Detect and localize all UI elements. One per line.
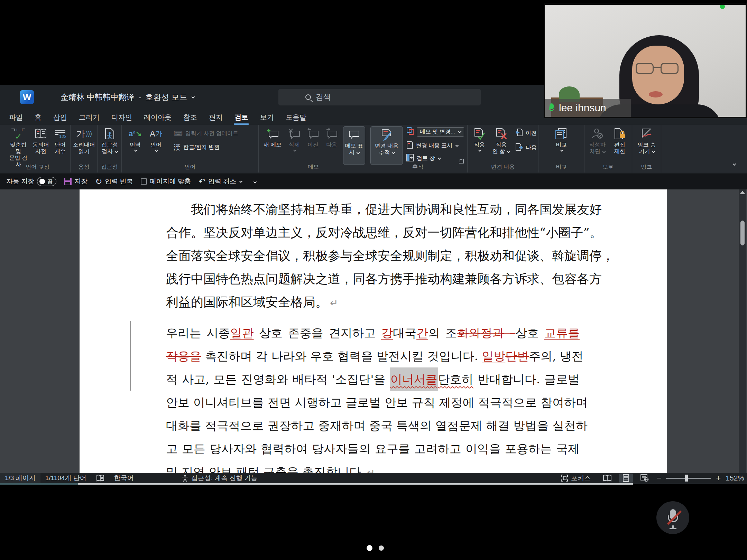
- word-count-icon: 123: [54, 127, 66, 141]
- tab-10[interactable]: 도움말: [284, 111, 308, 125]
- group-accessibility: 접근성 검사 접근성: [98, 125, 122, 172]
- word-logo-icon[interactable]: W: [20, 90, 34, 104]
- page-indicator[interactable]: 1/3 페이지: [0, 473, 40, 483]
- tab-8[interactable]: 검토: [233, 111, 250, 125]
- autosave-control: 자동 저장 끔: [6, 177, 56, 186]
- save-button[interactable]: 저장: [64, 177, 87, 186]
- language-button[interactable]: A가 언어: [147, 127, 165, 152]
- tab-5[interactable]: 레이아웃: [142, 111, 173, 125]
- track-changes-button[interactable]: 변경 내용 추적: [370, 126, 403, 165]
- undo-icon: ↶: [199, 177, 205, 186]
- autosave-toggle[interactable]: 끔: [37, 177, 56, 186]
- fit-page-control[interactable]: 페이지에 맞춤: [141, 177, 191, 186]
- zoom-slider[interactable]: [666, 478, 711, 479]
- repeat-button[interactable]: ↻ 입력 반복: [95, 177, 133, 186]
- document-title: 金靖林 中韩韩中翻译 - 호환성 모드: [61, 85, 194, 110]
- tracked-change-bar: [130, 321, 131, 391]
- tab-3[interactable]: 그리기: [77, 111, 101, 125]
- read-mode-button[interactable]: [600, 474, 614, 483]
- chinese-line-2: 合作。坚决反对单边主义，反对冷战思维，反对一切阵营化和排他性“小圈子”。: [166, 221, 580, 244]
- spellcheck-button[interactable]: ㄱㄴㄷ✓ 맞춤법 및 문법 검사: [7, 127, 30, 168]
- accessibility-status-label: 접근성: 계속 진행 가능: [191, 474, 258, 483]
- toolbar-overflow-icon[interactable]: [253, 178, 256, 185]
- group-label-comments: 메모: [259, 164, 368, 171]
- reject-change-label: 적용 안 함: [492, 142, 510, 155]
- search-input[interactable]: 검색: [278, 89, 481, 105]
- hide-ink-button[interactable]: 잉크 숨 기기: [635, 127, 658, 155]
- mic-muted-button[interactable]: [656, 501, 689, 534]
- accessibility-status-icon: [182, 474, 188, 482]
- show-markup-button[interactable]: 변경 내용 표시: [406, 141, 458, 150]
- web-layout-button[interactable]: [638, 474, 652, 483]
- tab-1[interactable]: 홈: [33, 111, 43, 125]
- word-count-button[interactable]: 123 단어 개수: [51, 127, 69, 155]
- reviewing-pane-button[interactable]: 검토 창: [406, 154, 441, 163]
- markup-dropdown[interactable]: 메모 및 변경...: [417, 127, 464, 137]
- inserted-highlighted-text: 이너서클: [390, 367, 438, 391]
- text-segment: 대국: [393, 326, 416, 340]
- fit-page-checkbox[interactable]: [141, 178, 147, 185]
- chinese-line-5: 利益的国际和区域安全格局。↵: [166, 290, 580, 314]
- accessibility-check-button[interactable]: 접근성 검사: [98, 127, 121, 155]
- page-dot-2[interactable]: [379, 545, 384, 551]
- focus-button[interactable]: 포커스: [556, 473, 596, 483]
- reject-change-button[interactable]: 적용 안 함: [490, 127, 512, 155]
- track-changes-icon: [381, 128, 393, 142]
- page-dot-1[interactable]: [367, 545, 372, 551]
- scroll-up-icon[interactable]: [740, 191, 745, 194]
- proofing-status-icon[interactable]: [91, 473, 109, 483]
- status-bar-right: 포커스 − + 152%: [556, 473, 744, 483]
- show-comments-button[interactable]: 메모 표 시: [343, 126, 365, 165]
- ribbon-collapse-icon[interactable]: [732, 161, 736, 167]
- chevron-down-icon[interactable]: [192, 95, 195, 99]
- word-count-indicator[interactable]: 1/1104개 단어: [40, 473, 91, 483]
- tab-2[interactable]: 삽입: [52, 111, 68, 125]
- previous-comment-button: 이전: [304, 127, 322, 148]
- previous-change-button[interactable]: 이전: [515, 128, 537, 138]
- tab-9[interactable]: 보기: [259, 111, 275, 125]
- chevron-down-icon: [438, 156, 441, 160]
- print-layout-button[interactable]: [619, 474, 633, 483]
- read-aloud-button[interactable]: 가))) 소리내어 읽기: [72, 127, 96, 155]
- dialog-launcher-icon[interactable]: [459, 159, 464, 164]
- korean-line-2: 작용을 촉진하며 각 나라와 우호 협력을 발전시킬 것입니다. 일방단변주의,…: [166, 345, 580, 368]
- tab-4[interactable]: 디자인: [110, 111, 133, 125]
- restrict-editing-button[interactable]: 편집 제한: [610, 127, 629, 155]
- tab-6[interactable]: 참조: [182, 111, 199, 125]
- accessibility-status[interactable]: 접근성: 계속 진행 가능: [177, 473, 262, 483]
- scrollbar-thumb[interactable]: [740, 221, 745, 245]
- translate-button[interactable]: a²↘ 번역: [126, 127, 145, 152]
- show-markup-label: 변경 내용 표시: [416, 142, 452, 149]
- hanja-convert-button[interactable]: 漢 한글/한자 변환: [174, 143, 220, 152]
- undo-button[interactable]: ↶ 입력 취소: [199, 177, 242, 186]
- zoom-level[interactable]: 152%: [726, 474, 744, 482]
- korean-line-5: 대화를 적극적으로 권장하고 중재하며 중국 특색의 열점문제 해결 방법을 실…: [166, 414, 580, 437]
- compare-button[interactable]: 비교: [551, 127, 572, 152]
- zoom-slider-thumb[interactable]: [685, 475, 688, 482]
- accept-change-button[interactable]: 적용: [470, 127, 488, 152]
- text-segment: 촉진하며 각 나라와 우호 협력을 발전시킬 것입니다.: [201, 349, 482, 363]
- vertical-scrollbar[interactable]: [739, 189, 746, 473]
- group-label-accessibility: 접근성: [98, 164, 121, 171]
- korean-line-3: 적 사고, 모든 진영화와 배타적 '소집단'을 이너서클단호히 반대합니다. …: [166, 368, 580, 391]
- webcam-overlay[interactable]: lee ihnsun: [544, 3, 747, 118]
- document-page[interactable]: 我们将始终不渝坚持相互尊重，促进大国协调和良性互动，同各国发展友好合作。坚决反对…: [80, 189, 667, 473]
- new-comment-button[interactable]: 새 메모: [261, 127, 284, 148]
- word-count-label: 단어 개수: [55, 142, 66, 155]
- ribbon-tabs: 파일홈삽입그리기디자인레이아웃참조편지검토보기도움말: [8, 111, 308, 125]
- chevron-down-icon: [239, 179, 243, 183]
- tab-7[interactable]: 편지: [208, 111, 224, 125]
- zoom-out-icon[interactable]: −: [656, 473, 661, 483]
- person-lips: [649, 91, 663, 97]
- new-comment-icon: [266, 127, 279, 141]
- chinese-line-3: 全面落实全球安全倡议，积极参与全球安全规则制定，积极劝和促谈、斡旋调停，: [166, 244, 580, 267]
- language-icon: A가: [150, 127, 162, 141]
- zoom-in-icon[interactable]: +: [716, 473, 721, 483]
- language-indicator[interactable]: 한국어: [109, 473, 139, 483]
- word-window: W 金靖林 中韩韩中翻译 - 호환성 모드 검색 파일홈삽입그리기디자인레이아웃…: [0, 85, 747, 484]
- group-label-proofing: 언어 교정: [5, 164, 70, 171]
- next-change-button[interactable]: 다음: [515, 143, 537, 152]
- next-change-label: 다음: [526, 144, 537, 151]
- thesaurus-button[interactable]: 동의어 사전: [31, 127, 50, 155]
- tab-0[interactable]: 파일: [8, 111, 24, 125]
